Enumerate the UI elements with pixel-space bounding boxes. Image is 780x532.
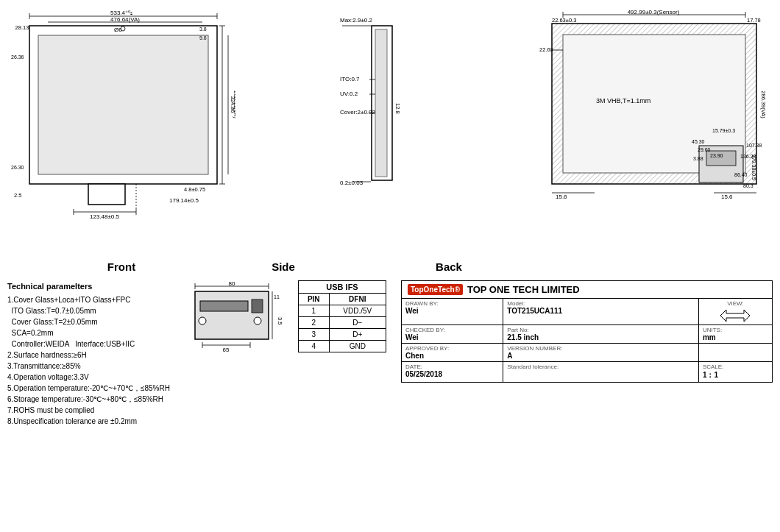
tb-part-no-value: 21.5 inch (507, 333, 695, 341)
conn-dim-bottom: 65 (223, 347, 230, 353)
tech-param-5: 5.Operation temperature:-20℃~+70℃，≤85%RH (7, 383, 178, 394)
dim-back-height: 286.39(VA) (760, 91, 767, 118)
tb-checked-value: Wei (405, 333, 499, 341)
connector-svg: 80 65 3.5 11 (184, 280, 283, 361)
dim-corner1: 3.8 (199, 26, 207, 32)
tb-row-4: DATE: 05/25/2018 Standard tolerance: SCA… (402, 362, 772, 382)
back-diagram: 492.99±0.3(Sensor) 22.63±0.3 17.78 22.63… (537, 7, 773, 228)
svg-point-42 (254, 317, 261, 324)
connector-diagram-area: 80 65 3.5 11 (184, 280, 287, 363)
tb-view-label: VIEW: (703, 300, 768, 307)
svg-rect-18 (375, 29, 387, 177)
dim-top-total: 533.4⁺⁰₂ (110, 10, 132, 16)
tb-checked-by: CHECKED BY: Wei (402, 325, 503, 343)
front-view: 533.4⁺⁰₂ 476.64(VA) 28.13 324.86 268.11(… (7, 7, 235, 243)
dim-side-height: 12.8 (394, 103, 401, 114)
dim-back-sensor: 492.99±0.3(Sensor) (628, 9, 680, 15)
back-label: Back (436, 260, 462, 273)
tech-param-1d: Controller:WEIDA Interface:USB+IIC (7, 338, 178, 350)
dim-va-width: 476.64(VA) (110, 16, 140, 23)
side-label: Side (272, 260, 295, 273)
dim-corner-29: 29.60 (698, 147, 711, 152)
tb-approved-label: APPROVED BY: (405, 345, 499, 352)
usb-pin-4: 4 (299, 341, 330, 352)
tech-params: Technical parameIters 1.Cover Glass+Loca… (7, 280, 184, 427)
tb-part-no-label: Part No: (507, 327, 695, 333)
company-logo: TopOneTech® (408, 284, 463, 295)
svg-rect-39 (200, 301, 248, 311)
tech-param-1: 1.Cover Glass+Loca+ITO Glass+FPC (7, 294, 178, 305)
back-view: 492.99±0.3(Sensor) 22.63±0.3 17.78 22.63… (537, 7, 773, 243)
dim-max-thickness: Max:2.9±0.2 (340, 17, 373, 24)
dim-corner-23: 23.90 (710, 153, 723, 158)
tb-drawn-by: DRAWN BY: Wei (402, 299, 503, 324)
dim-inner1: 26.36 (11, 54, 24, 60)
usb-dfni-3: D+ (329, 329, 386, 341)
tb-model: Model: TOT215UCA111 (503, 299, 699, 324)
usb-pin-3: 3 (299, 329, 330, 341)
dim-back-top-left: 22.63±0.3 (552, 17, 576, 24)
usb-dfni-1: VDD./5V (329, 305, 386, 317)
conn-dim-top: 80 (229, 280, 235, 287)
usb-col-dfni: DFNI (329, 294, 386, 305)
conn-dim-right: 3.5 (277, 317, 283, 324)
tb-version: VERSION NUMBER: A (503, 344, 699, 361)
tb-drawn-by-value: Wei (405, 307, 499, 315)
tech-param-2: 2.Surface hardness:≥6H (7, 350, 178, 361)
dim-back-corner5: 15.79±0.3 (712, 128, 735, 133)
side-view: Max:2.9±0.2 ITO:0.7 UV:0.2 Cover:2±0.02 … (338, 7, 434, 243)
dim-height-va: 268.11(VA) (233, 91, 235, 118)
usb-ifs-table: PIN DFNI 1VDD./5V2D−3D+4GND (298, 293, 386, 352)
dim-corner2: 9.6 (199, 35, 207, 40)
tb-approved-by: APPROVED BY: Chen (402, 344, 503, 361)
svg-rect-40 (252, 299, 263, 313)
tb-model-label: Model: (507, 300, 695, 307)
tech-param-1c: SCA=0.2mm (7, 327, 178, 338)
conn-dim-small: 11 (274, 294, 280, 299)
tb-version-value: A (507, 352, 695, 360)
tech-param-1b: Cover Glass:T=2±0.05mm (7, 316, 178, 327)
dim-corner-detail: 4.8±0.75 (184, 186, 205, 193)
usb-ifs-header: USB IFS (298, 280, 386, 293)
bottom-section: Technical parameIters 1.Cover Glass+Loca… (7, 280, 773, 427)
svg-point-41 (199, 317, 206, 324)
svg-rect-3 (88, 184, 125, 205)
usb-ifs-container: USB IFS PIN DFNI 1VDD./5V2D−3D+4GND (298, 280, 386, 352)
usb-pin-2: 2 (299, 317, 330, 329)
tb-date: DATE: 05/25/2018 (402, 362, 503, 382)
view-labels-row: Front Side Back (7, 260, 567, 273)
dim-uv: UV:0.2 (340, 91, 358, 97)
usb-table-row-1: 1VDD./5V (299, 305, 386, 317)
dim-bottom-height: 179.14±0.5 (169, 197, 199, 204)
tech-param-7: 7.ROHS must be complied (7, 405, 178, 416)
dim-corner-3: 3.88 (693, 156, 703, 161)
title-block-header: TopOneTech® TOP ONE TECH LIMITED (402, 281, 772, 299)
side-diagram: Max:2.9±0.2 ITO:0.7 UV:0.2 Cover:2±0.02 … (338, 7, 434, 228)
tb-row-3: APPROVED BY: Chen VERSION NUMBER: A (402, 344, 772, 362)
dim-back-right3: 136.28 (740, 154, 756, 159)
tb-scale: SCALE: 1：1 (699, 362, 772, 382)
page: 533.4⁺⁰₂ 476.64(VA) 28.13 324.86 268.11(… (0, 0, 780, 532)
dim-bottom: 0.2±0.03 (340, 180, 364, 186)
usb-pin-1: 1 (299, 305, 330, 317)
tb-drawn-by-label: DRAWN BY: (405, 300, 499, 307)
dim-left-top: 28.13 (15, 24, 29, 31)
usb-col-pin: PIN (299, 294, 330, 305)
company-name: TOP ONE TECH LIMITED (467, 284, 580, 295)
dim-back-left-top: 22.63 (539, 46, 553, 53)
diagrams-row: 533.4⁺⁰₂ 476.64(VA) 28.13 324.86 268.11(… (7, 7, 773, 258)
tb-std-tol-label: Standard tolerance: (507, 363, 695, 370)
usb-table-row-3: 3D+ (299, 329, 386, 341)
tb-scale-value: 1：1 (703, 370, 768, 380)
dim-inner2: 26.30 (11, 165, 24, 170)
svg-rect-2 (38, 35, 208, 174)
tb-row-1: DRAWN BY: Wei Model: TOT215UCA111 VIEW: (402, 299, 772, 325)
tb-checked-label: CHECKED BY: (405, 327, 499, 333)
dim-back-bottom-left: 15.6 (556, 194, 567, 200)
usb-table-row-4: 4GND (299, 341, 386, 352)
dim-ito: ITO:0.7 (340, 76, 360, 82)
dim-tab-width: 123.48±0.5 (90, 213, 120, 220)
dim-back-top-right: 17.78 (747, 17, 761, 24)
dim-back-bottom-right: 15.6 (721, 194, 733, 200)
tb-units-value: mm (703, 333, 768, 341)
